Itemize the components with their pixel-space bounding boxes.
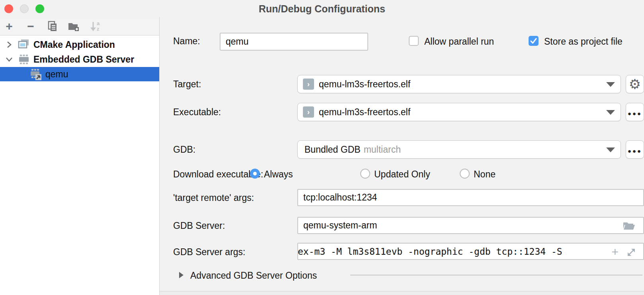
target-label: Target:: [173, 79, 201, 90]
radio-always[interactable]: [250, 169, 260, 179]
gdb-server-args-label: GDB Server args:: [173, 247, 246, 258]
sort-alphabetically-icon: a z: [89, 20, 101, 33]
tree-item-cmake-application[interactable]: CMake Application: [0, 37, 159, 52]
open-folder-icon[interactable]: [623, 220, 635, 231]
executable-browse-button[interactable]: ●●●: [626, 103, 644, 121]
gdb-server-value: qemu-system-arm: [303, 220, 377, 231]
executable-combobox[interactable]: › qemu-lm3s-freertos.elf: [297, 103, 621, 121]
cmake-application-icon: [18, 39, 30, 51]
gdb-server-label: GDB Server:: [173, 220, 225, 231]
chip-icon: [18, 53, 30, 65]
gear-icon: ⚙: [629, 77, 641, 91]
executable-label: Executable:: [173, 107, 221, 118]
dropdown-arrow-icon: [606, 148, 615, 152]
advanced-section-divider: [350, 275, 642, 275]
dropdown-arrow-icon: [606, 82, 615, 87]
store-as-project-file-checkbox[interactable]: [529, 36, 539, 46]
configurations-sidebar: + −: [0, 17, 160, 295]
target-remote-args-input[interactable]: tcp:localhost:1234: [297, 189, 644, 206]
svg-text:z: z: [97, 26, 100, 32]
target-combobox[interactable]: › qemu-lm3s-freertos.elf: [297, 75, 621, 93]
advanced-section-label[interactable]: Advanced GDB Server Options: [190, 270, 317, 281]
copy-icon: [46, 20, 58, 32]
tree-item-embedded-gdb-server[interactable]: Embedded GDB Server: [0, 52, 159, 67]
plus-icon: +: [6, 21, 13, 32]
ellipsis-icon: ●●●: [628, 145, 642, 154]
allow-parallel-run-checkbox[interactable]: [409, 36, 419, 46]
store-as-project-file-label: Store as project file: [544, 36, 623, 47]
add-macro-icon[interactable]: +: [611, 247, 619, 257]
sidebar-toolbar: + −: [0, 17, 159, 35]
gdb-server-args-value: ex-m3 -M lm3s811evb -nographic -gdb tcp:…: [298, 246, 562, 257]
configuration-tree: CMake Application Embedded GDB Server: [0, 35, 159, 295]
radio-always-label: Always: [264, 169, 293, 180]
tree-item-qemu[interactable]: qemu: [0, 67, 159, 81]
tree-item-label: qemu: [45, 69, 68, 80]
dialog-bottom-divider: [160, 291, 644, 295]
checkmark-icon: [529, 36, 539, 46]
tree-item-label: CMake Application: [33, 39, 115, 50]
remove-configuration-button[interactable]: −: [25, 20, 37, 32]
build-target-icon: ›: [303, 106, 314, 118]
target-settings-button[interactable]: ⚙: [626, 75, 644, 93]
radio-none[interactable]: [460, 169, 470, 179]
gdb-value-suffix: multiarch: [364, 144, 401, 155]
name-label: Name:: [173, 36, 200, 47]
dropdown-arrow-icon: [606, 110, 615, 115]
chip-run-icon: [29, 68, 42, 80]
titlebar: Run/Debug Configurations: [0, 0, 644, 17]
executable-value: qemu-lm3s-freertos.elf: [319, 107, 410, 118]
new-folder-icon: [67, 20, 80, 32]
gdb-server-args-input[interactable]: ex-m3 -M lm3s811evb -nographic -gdb tcp:…: [297, 243, 644, 260]
name-value: qemu: [226, 36, 249, 47]
tree-item-label: Embedded GDB Server: [33, 54, 134, 65]
gdb-value: Bundled GDB: [304, 144, 361, 155]
minus-icon: −: [27, 21, 34, 32]
run-debug-configurations-dialog: Run/Debug Configurations + −: [0, 0, 644, 295]
copy-configuration-button[interactable]: [46, 20, 58, 32]
advanced-section-collapse-arrow[interactable]: [179, 272, 183, 278]
target-remote-args-value: tcp:localhost:1234: [303, 192, 377, 203]
svg-text:a: a: [97, 20, 100, 26]
chevron-down-icon[interactable]: [3, 56, 15, 63]
radio-none-label: None: [474, 169, 496, 180]
new-folder-button[interactable]: [68, 20, 80, 32]
ellipsis-icon: ●●●: [628, 108, 642, 117]
radio-updated-only-label: Updated Only: [374, 169, 430, 180]
allow-parallel-run-label: Allow parallel run: [424, 36, 494, 47]
dialog-title: Run/Debug Configurations: [0, 3, 644, 15]
add-configuration-button[interactable]: +: [3, 20, 15, 32]
gdb-browse-button[interactable]: ●●●: [626, 140, 644, 159]
target-remote-args-label: 'target remote' args:: [173, 193, 254, 203]
target-value: qemu-lm3s-freertos.elf: [319, 79, 410, 90]
gdb-label: GDB:: [173, 144, 195, 155]
expand-field-icon[interactable]: [626, 247, 637, 258]
name-input[interactable]: qemu: [220, 33, 368, 51]
gdb-combobox[interactable]: Bundled GDB multiarch: [297, 140, 621, 159]
chevron-right-icon[interactable]: [3, 40, 15, 49]
build-target-icon: ›: [303, 79, 314, 90]
gdb-server-input[interactable]: qemu-system-arm: [297, 217, 644, 234]
sort-configurations-button[interactable]: a z: [89, 20, 101, 32]
radio-updated-only[interactable]: [360, 169, 370, 179]
